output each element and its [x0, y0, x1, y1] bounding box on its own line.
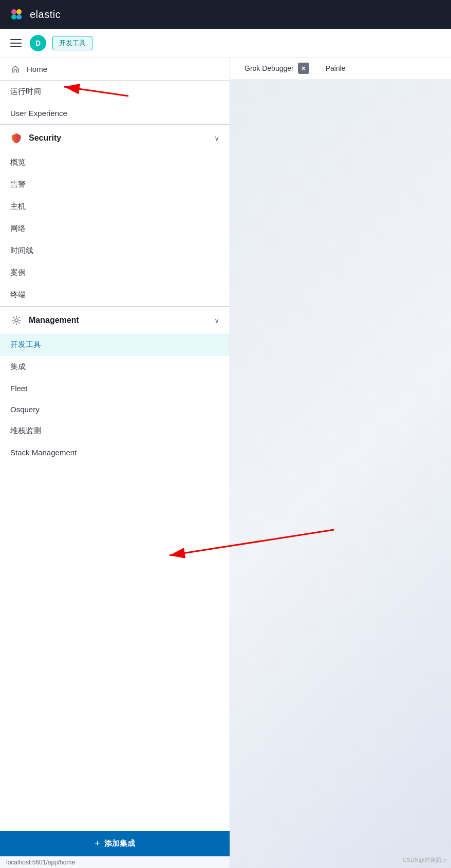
sidebar-section-management[interactable]: Management ∨ [0, 306, 230, 334]
svg-point-4 [15, 319, 18, 322]
hamburger-line-1 [10, 39, 22, 40]
sidebar-item-fleet[interactable]: Fleet [0, 378, 230, 399]
svg-point-1 [16, 9, 22, 14]
management-chevron: ∨ [214, 316, 219, 324]
sidebar-item-user-experience[interactable]: User Experience [0, 103, 230, 124]
sidebar-item-timeline[interactable]: 时间线 [0, 240, 230, 262]
sidebar-item-alerts[interactable]: 告警 [0, 173, 230, 196]
svg-point-0 [11, 9, 16, 14]
sidebar-section-security[interactable]: Security ∨ [0, 124, 230, 151]
sidebar-item-stack-management[interactable]: Stack Management [0, 442, 230, 463]
right-body [230, 80, 451, 868]
management-section-label: Management [29, 316, 208, 325]
avatar-label: D [35, 39, 41, 47]
management-icon [10, 314, 23, 326]
sidebar-item-runtime[interactable]: 运行时间 [0, 81, 230, 103]
url-text: localhost:5601/app/home [6, 859, 75, 866]
second-bar: D 开发工具 [0, 29, 451, 57]
tabs-bar: Grok Debugger × Painle [230, 57, 451, 80]
devtools-badge-button[interactable]: 开发工具 [52, 36, 92, 50]
security-icon [10, 132, 23, 144]
main-area: Home 运行时间 User Experience Security ∨ [0, 57, 451, 868]
tab-painless[interactable]: Painle [317, 57, 354, 80]
sidebar-item-overview[interactable]: 概览 [0, 151, 230, 173]
home-icon [10, 64, 21, 74]
elastic-logo-text: elastic [30, 9, 61, 21]
tab-grok-debugger[interactable]: Grok Debugger × [236, 57, 317, 80]
hamburger-line-3 [10, 46, 22, 47]
devtools-badge-label: 开发工具 [59, 39, 86, 47]
sidebar-item-devtools[interactable]: 开发工具 [0, 334, 230, 356]
sidebar-item-network[interactable]: 网络 [0, 218, 230, 240]
elastic-logo: elastic [8, 6, 61, 23]
sidebar-item-hosts[interactable]: 主机 [0, 196, 230, 218]
right-content: Grok Debugger × Painle [230, 57, 451, 868]
add-integration-label: 添加集成 [104, 839, 135, 848]
top-navbar: elastic [0, 0, 451, 29]
add-integration-icon: + [95, 838, 100, 849]
tab-close-icon: × [302, 64, 306, 72]
svg-point-3 [16, 14, 22, 20]
sidebar-item-home[interactable]: Home [0, 57, 230, 80]
tab-painless-label: Painle [326, 64, 346, 72]
watermark: CSDN@许烧面上 [403, 856, 447, 864]
sidebar-item-osquery[interactable]: Osquery [0, 399, 230, 420]
sidebar-scroll[interactable]: Home 运行时间 User Experience Security ∨ [0, 57, 230, 831]
sidebar-item-integrations[interactable]: 集成 [0, 356, 230, 378]
svg-point-2 [11, 14, 16, 20]
security-chevron: ∨ [214, 134, 219, 142]
home-label: Home [27, 65, 219, 73]
avatar-button[interactable]: D [30, 35, 46, 51]
hamburger-line-2 [10, 43, 22, 44]
tab-grok-debugger-label: Grok Debugger [245, 64, 294, 72]
sidebar-item-endpoints[interactable]: 终端 [0, 284, 230, 306]
hamburger-button[interactable] [8, 37, 24, 49]
sidebar: Home 运行时间 User Experience Security ∨ [0, 57, 230, 868]
add-integration-button[interactable]: + 添加集成 [0, 831, 230, 856]
sidebar-item-cases[interactable]: 案例 [0, 262, 230, 284]
elastic-logo-icon [8, 6, 25, 23]
tab-close-button[interactable]: × [298, 63, 309, 74]
url-status-bar: localhost:5601/app/home [0, 856, 230, 868]
security-section-label: Security [29, 133, 208, 143]
sidebar-item-stack-monitoring[interactable]: 堆栈监测 [0, 420, 230, 442]
